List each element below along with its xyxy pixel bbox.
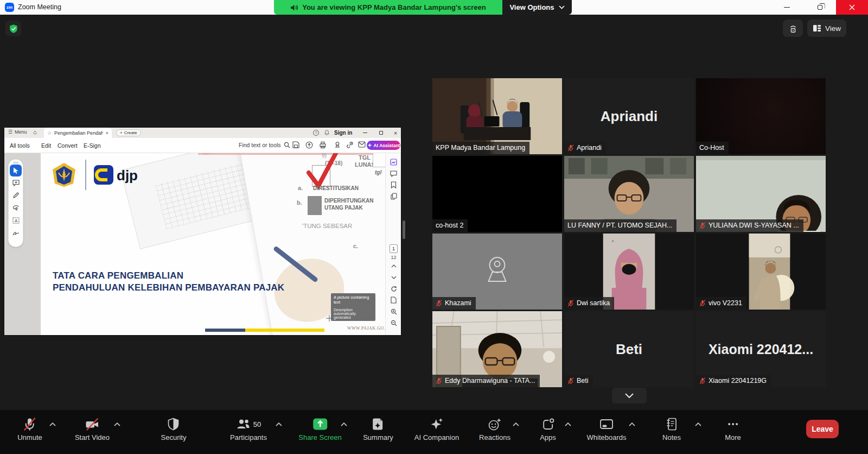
minimize-button[interactable] [774, 0, 800, 15]
video-tile-yuliana[interactable]: YULIANA DWI S-YAYASAN ... [696, 156, 826, 232]
more-button[interactable]: More [725, 416, 741, 442]
print-icon[interactable] [319, 141, 327, 149]
page-thumbnails-button[interactable] [386, 156, 401, 168]
security-button[interactable]: Security [161, 416, 187, 442]
share-screen-button[interactable]: Share Screen [298, 416, 342, 442]
video-tile-cohost2[interactable]: co-host 2 [432, 156, 562, 232]
remote-control-lock-button[interactable] [783, 20, 803, 37]
video-tile-beti[interactable]: Beti Beti [564, 311, 694, 387]
rotate-page-button[interactable] [386, 283, 401, 294]
ai-sparkle-icon [367, 143, 372, 148]
unmute-button[interactable]: Unmute [17, 416, 42, 442]
video-tile-xiaomi[interactable]: Xiaomi 220412... Xiaomi 22041219G [696, 311, 826, 387]
link-icon[interactable] [346, 141, 354, 149]
notes-options-chevron[interactable] [694, 422, 702, 427]
acrobat-menu-button[interactable]: ☰ Menu [8, 129, 27, 135]
acrobat-home-button[interactable]: ⌂ [33, 129, 37, 135]
whiteboards-options-chevron[interactable] [628, 422, 636, 427]
next-page-button[interactable] [386, 272, 401, 283]
page-number-input[interactable]: 1 [390, 244, 398, 253]
acrobat-minimize-button[interactable] [358, 128, 372, 138]
video-tile-kpp-madya[interactable]: KPP Madya Bandar Lampung [432, 78, 562, 154]
stamp-icon[interactable] [334, 141, 341, 149]
muted-mic-icon [567, 377, 574, 384]
reactions-icon [488, 417, 502, 432]
edit-menu[interactable]: Edit [41, 142, 51, 149]
summary-button[interactable]: Summary [363, 416, 393, 442]
page-view-button[interactable] [386, 294, 401, 306]
all-tools-menu[interactable]: All tools [10, 142, 30, 149]
acrobat-document-tab[interactable]: ☆ Pengembalian Pendahu.. × [44, 128, 112, 138]
acrobat-signin-button[interactable]: Sign in [334, 130, 352, 136]
form-item-b: b. [297, 199, 302, 206]
svg-text:A: A [15, 218, 18, 223]
ai-companion-button[interactable]: AI Companion [414, 416, 459, 442]
save-icon[interactable] [292, 141, 299, 148]
highlight-tool-button[interactable] [10, 202, 22, 214]
rail-drag-handle[interactable] [13, 162, 18, 163]
select-tool-button[interactable] [10, 165, 22, 176]
screen-share-banner-text: You are viewing KPP Madya Bandar Lampung… [302, 3, 486, 11]
video-tile-vivo[interactable]: vivo V2231 [696, 234, 826, 310]
pencil-tool-button[interactable] [10, 190, 22, 201]
ai-assistant-button[interactable]: AI Assistant [367, 141, 400, 150]
scrollbar-thumb[interactable] [403, 220, 405, 239]
previous-page-button[interactable] [386, 260, 401, 272]
acrobat-create-button[interactable]: + Create [116, 129, 141, 136]
find-tools-search[interactable]: Find text or tools [239, 142, 290, 148]
video-tile-khazami[interactable]: Khazami [432, 234, 562, 310]
apps-button[interactable]: Apps [540, 416, 556, 442]
restore-button[interactable] [807, 0, 833, 15]
participants-options-chevron[interactable] [275, 422, 283, 427]
acrobat-right-rail: 1 12 [385, 153, 401, 335]
participants-icon [236, 417, 251, 431]
meeting-info-button[interactable] [5, 21, 21, 36]
chevron-down-icon [391, 276, 397, 279]
video-tile-lufanny[interactable]: LU FANNY / PT. UTOMO SEJAH... [564, 156, 694, 232]
video-tile-apriandi[interactable]: Apriandi Apriandi [564, 78, 694, 154]
video-options-chevron[interactable] [113, 422, 121, 427]
zoom-in-button[interactable] [386, 306, 401, 317]
reactions-button[interactable]: Reactions [479, 416, 510, 442]
close-button[interactable] [836, 0, 868, 15]
video-tile-cohost[interactable]: Co-Host [696, 78, 826, 154]
comment-tool-button[interactable] [10, 177, 22, 189]
fill-sign-tool-button[interactable] [10, 227, 22, 239]
bookmarks-panel-button[interactable] [386, 179, 401, 191]
acrobat-help-button[interactable]: ? [313, 130, 319, 136]
start-video-button[interactable]: Start Video [75, 416, 110, 442]
leave-button[interactable]: Leave [806, 420, 839, 438]
tab-close-icon[interactable]: × [106, 130, 108, 136]
participants-button[interactable]: 50 Participants [230, 416, 267, 442]
zoom-out-button[interactable] [386, 317, 401, 329]
comments-panel-button[interactable] [386, 168, 401, 179]
gallery-next-page-button[interactable] [612, 388, 647, 403]
share-options-chevron[interactable] [340, 422, 348, 427]
apps-options-chevron[interactable] [564, 422, 572, 427]
summary-label: Summary [363, 433, 393, 442]
acrobat-restore-button[interactable] [374, 128, 388, 138]
djp-logo-mark [94, 165, 113, 185]
video-tile-dwi-sartika[interactable]: Dwi sartika [564, 234, 694, 310]
form-item-c: c. [353, 243, 358, 249]
participant-name: YULIANA DWI S-YAYASAN ... [709, 222, 799, 229]
text-box-tool-button[interactable]: A [10, 215, 22, 226]
whiteboards-button[interactable]: Whiteboards [587, 416, 627, 442]
acrobat-close-button[interactable]: × [388, 128, 403, 138]
esign-menu[interactable]: E-Sign [84, 142, 101, 149]
reactions-options-chevron[interactable] [512, 422, 520, 427]
notes-button[interactable]: Notes [662, 416, 681, 442]
mail-icon[interactable] [358, 141, 366, 148]
convert-menu[interactable]: Convert [58, 142, 78, 149]
tooltip-line1: A picture containing text [334, 295, 373, 305]
participant-nameplate: Dwi sartika [564, 297, 614, 310]
video-tile-eddy[interactable]: Eddy Dharmawiguna - TATA... [432, 311, 562, 387]
view-options-button[interactable]: View Options [502, 0, 572, 15]
participant-name: Khazami [445, 299, 471, 307]
participant-nameplate: LU FANNY / PT. UTOMO SEJAH... [564, 219, 676, 232]
pages-panel-button[interactable] [386, 191, 401, 202]
view-button[interactable]: View [807, 20, 846, 37]
bell-icon[interactable] [324, 130, 330, 136]
unmute-options-chevron[interactable] [49, 422, 56, 427]
upload-cloud-icon[interactable] [305, 141, 313, 149]
